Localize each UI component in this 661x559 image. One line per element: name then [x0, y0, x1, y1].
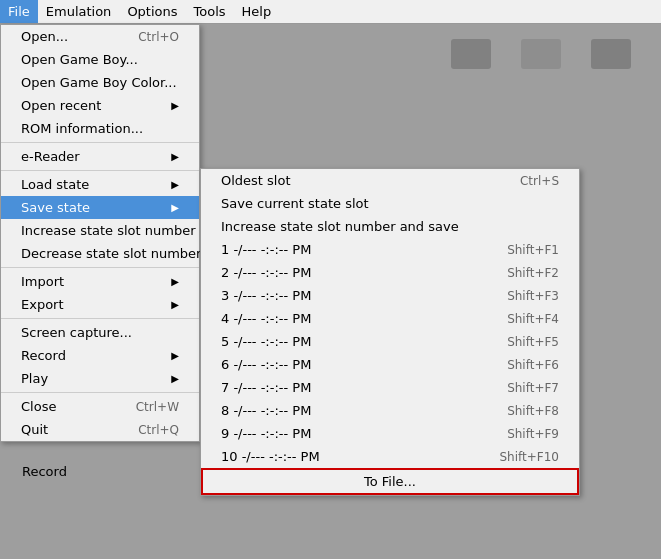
file-close-label: Close: [21, 399, 106, 414]
savestate-slot-5[interactable]: 5 -/--- -:-:-- PM Shift+F5: [201, 330, 579, 353]
separator-3: [1, 267, 199, 268]
file-play[interactable]: Play ▶: [1, 367, 199, 390]
file-load-state-arrow: ▶: [171, 179, 179, 190]
file-record[interactable]: Record ▶: [1, 344, 199, 367]
savestate-slot-5-shortcut: Shift+F5: [507, 335, 559, 349]
savestate-slot-7-shortcut: Shift+F7: [507, 381, 559, 395]
file-quit-label: Quit: [21, 422, 108, 437]
file-screen-capture[interactable]: Screen capture...: [1, 321, 199, 344]
savestate-submenu: Oldest slot Ctrl+S Save current state sl…: [200, 168, 580, 496]
savestate-slot-3-label: 3 -/--- -:-:-- PM: [221, 288, 477, 303]
menubar-tools[interactable]: Tools: [186, 0, 234, 23]
savestate-slot-3[interactable]: 3 -/--- -:-:-- PM Shift+F3: [201, 284, 579, 307]
file-record-arrow: ▶: [171, 350, 179, 361]
savestate-slot-2[interactable]: 2 -/--- -:-:-- PM Shift+F2: [201, 261, 579, 284]
file-play-arrow: ▶: [171, 373, 179, 384]
menubar-options[interactable]: Options: [119, 0, 185, 23]
file-increase-slot-label: Increase state slot number: [21, 223, 196, 238]
menubar-tools-label: Tools: [194, 4, 226, 19]
file-open-label: Open...: [21, 29, 108, 44]
file-load-state-label: Load state: [21, 177, 161, 192]
menubar-file[interactable]: File: [0, 0, 38, 23]
savestate-slot-2-label: 2 -/--- -:-:-- PM: [221, 265, 477, 280]
savestate-to-file[interactable]: To File...: [201, 468, 579, 495]
menubar-emulation[interactable]: Emulation: [38, 0, 120, 23]
file-open[interactable]: Open... Ctrl+O: [1, 25, 199, 48]
savestate-slot-9-shortcut: Shift+F9: [507, 427, 559, 441]
file-import[interactable]: Import ▶: [1, 270, 199, 293]
menubar-options-label: Options: [127, 4, 177, 19]
file-open-recent-arrow: ▶: [171, 100, 179, 111]
file-close-shortcut: Ctrl+W: [136, 400, 179, 414]
file-quit-shortcut: Ctrl+Q: [138, 423, 179, 437]
savestate-slot-5-label: 5 -/--- -:-:-- PM: [221, 334, 477, 349]
menubar-help[interactable]: Help: [234, 0, 280, 23]
separator-1: [1, 142, 199, 143]
file-save-state-arrow: ▶: [171, 202, 179, 213]
file-open-recent[interactable]: Open recent ▶: [1, 94, 199, 117]
savestate-slot-7-label: 7 -/--- -:-:-- PM: [221, 380, 477, 395]
savestate-slot-1[interactable]: 1 -/--- -:-:-- PM Shift+F1: [201, 238, 579, 261]
separator-2: [1, 170, 199, 171]
savestate-slot-10[interactable]: 10 -/--- -:-:-- PM Shift+F10: [201, 445, 579, 468]
file-save-state-label: Save state: [21, 200, 161, 215]
savestate-oldest-shortcut: Ctrl+S: [520, 174, 559, 188]
savestate-slot-8-shortcut: Shift+F8: [507, 404, 559, 418]
savestate-slot-8[interactable]: 8 -/--- -:-:-- PM Shift+F8: [201, 399, 579, 422]
file-open-gameboy-color-label: Open Game Boy Color...: [21, 75, 179, 90]
savestate-slot-1-shortcut: Shift+F1: [507, 243, 559, 257]
savestate-increase-save[interactable]: Increase state slot number and save: [201, 215, 579, 238]
savestate-oldest[interactable]: Oldest slot Ctrl+S: [201, 169, 579, 192]
savestate-slot-7[interactable]: 7 -/--- -:-:-- PM Shift+F7: [201, 376, 579, 399]
savestate-slot-6[interactable]: 6 -/--- -:-:-- PM Shift+F6: [201, 353, 579, 376]
separator-5: [1, 392, 199, 393]
file-screen-capture-label: Screen capture...: [21, 325, 179, 340]
savestate-slot-4[interactable]: 4 -/--- -:-:-- PM Shift+F4: [201, 307, 579, 330]
file-open-gameboy[interactable]: Open Game Boy...: [1, 48, 199, 71]
file-quit[interactable]: Quit Ctrl+Q: [1, 418, 199, 441]
file-rom-info-label: ROM information...: [21, 121, 179, 136]
file-dropdown: Open... Ctrl+O Open Game Boy... Open Gam…: [0, 24, 200, 442]
savestate-slot-2-shortcut: Shift+F2: [507, 266, 559, 280]
savestate-current[interactable]: Save current state slot: [201, 192, 579, 215]
file-play-label: Play: [21, 371, 161, 386]
file-decrease-slot[interactable]: Decrease state slot number: [1, 242, 199, 265]
savestate-slot-9-label: 9 -/--- -:-:-- PM: [221, 426, 477, 441]
savestate-slot-3-shortcut: Shift+F3: [507, 289, 559, 303]
file-open-gameboy-color[interactable]: Open Game Boy Color...: [1, 71, 199, 94]
file-save-state[interactable]: Save state ▶: [1, 196, 199, 219]
savestate-slot-8-label: 8 -/--- -:-:-- PM: [221, 403, 477, 418]
savestate-slot-1-label: 1 -/--- -:-:-- PM: [221, 242, 477, 257]
savestate-slot-4-label: 4 -/--- -:-:-- PM: [221, 311, 477, 326]
savestate-slot-6-label: 6 -/--- -:-:-- PM: [221, 357, 477, 372]
file-import-label: Import: [21, 274, 161, 289]
savestate-slot-10-label: 10 -/--- -:-:-- PM: [221, 449, 469, 464]
file-ereader[interactable]: e-Reader ▶: [1, 145, 199, 168]
savestate-to-file-label: To File...: [364, 474, 416, 489]
menubar: File Emulation Options Tools Help: [0, 0, 661, 24]
savestate-slot-6-shortcut: Shift+F6: [507, 358, 559, 372]
file-record-label: Record: [21, 348, 161, 363]
file-export-label: Export: [21, 297, 161, 312]
savestate-current-label: Save current state slot: [221, 196, 559, 211]
file-rom-info[interactable]: ROM information...: [1, 117, 199, 140]
file-export-arrow: ▶: [171, 299, 179, 310]
savestate-increase-save-label: Increase state slot number and save: [221, 219, 559, 234]
file-open-recent-label: Open recent: [21, 98, 161, 113]
file-ereader-arrow: ▶: [171, 151, 179, 162]
menubar-emulation-label: Emulation: [46, 4, 112, 19]
savestate-slot-10-shortcut: Shift+F10: [499, 450, 559, 464]
file-ereader-label: e-Reader: [21, 149, 161, 164]
savestate-oldest-label: Oldest slot: [221, 173, 490, 188]
game-sprites: [451, 39, 631, 69]
record-label: Record: [22, 464, 67, 479]
file-decrease-slot-label: Decrease state slot number: [21, 246, 201, 261]
menubar-help-label: Help: [242, 4, 272, 19]
file-increase-slot[interactable]: Increase state slot number: [1, 219, 199, 242]
savestate-slot-9[interactable]: 9 -/--- -:-:-- PM Shift+F9: [201, 422, 579, 445]
file-close[interactable]: Close Ctrl+W: [1, 395, 199, 418]
file-export[interactable]: Export ▶: [1, 293, 199, 316]
separator-4: [1, 318, 199, 319]
file-open-gameboy-label: Open Game Boy...: [21, 52, 179, 67]
file-load-state[interactable]: Load state ▶: [1, 173, 199, 196]
